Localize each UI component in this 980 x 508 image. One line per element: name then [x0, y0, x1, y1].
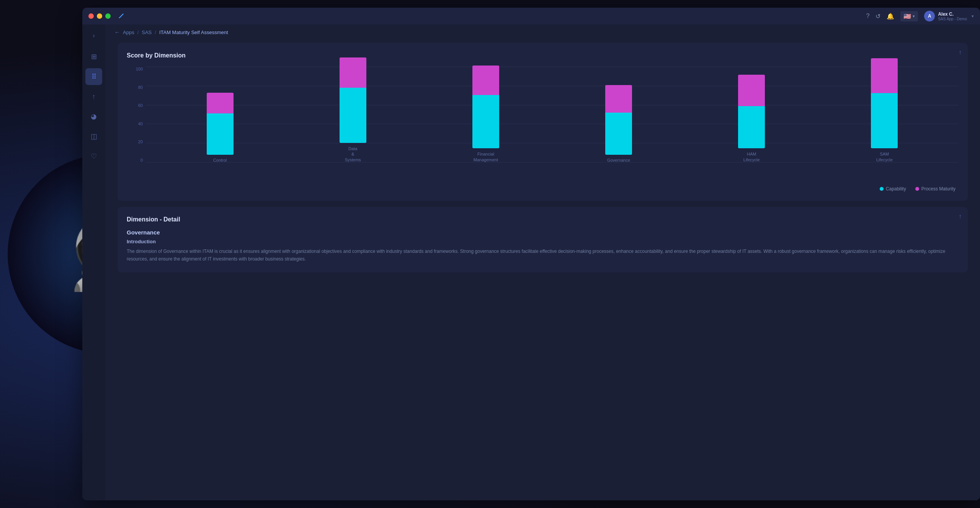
bar-financial-process — [472, 66, 499, 95]
breadcrumb-sas[interactable]: SAS — [142, 29, 152, 35]
chart-export-button[interactable]: ↑ — [959, 49, 962, 56]
breadcrumb-apps[interactable]: Apps — [123, 29, 134, 35]
avatar: A — [924, 11, 935, 21]
y-axis: 100 80 60 40 20 0 — [127, 67, 146, 162]
titlebar: ⟋ ? ↺ 🔔 🇺🇸 ▾ A Alex C. SAS App - Demo — [82, 8, 980, 25]
user-menu[interactable]: A Alex C. SAS App - Demo ▾ — [924, 11, 974, 21]
detail-section-label: Introduction — [127, 239, 959, 244]
bar-data-process — [340, 57, 366, 88]
bar-sam-process — [871, 58, 898, 93]
detail-text: The dimension of Governance within ITAM … — [127, 247, 959, 263]
refresh-icon[interactable]: ↺ — [875, 13, 880, 20]
y-label-0: 0 — [140, 158, 143, 162]
y-label-20: 20 — [138, 139, 143, 144]
window-controls — [88, 13, 111, 19]
user-chevron-icon: ▾ — [972, 14, 974, 19]
bar-financial-capability — [472, 95, 499, 148]
breadcrumb-sep-2: / — [155, 29, 156, 35]
bar-governance-capability — [605, 113, 632, 155]
y-label-80: 80 — [138, 85, 143, 90]
close-button[interactable] — [88, 13, 94, 19]
bar-group-financial: FinancialManagement — [472, 66, 499, 162]
y-label-60: 60 — [138, 103, 143, 108]
maximize-button[interactable] — [105, 13, 111, 19]
sidebar-item-grid[interactable]: ⊞ — [85, 48, 102, 65]
heart-icon: ♡ — [91, 152, 97, 161]
bar-governance-process — [605, 85, 632, 113]
sidebar-item-heart[interactable]: ♡ — [85, 148, 102, 165]
sidebar: › ⊞ ⠿ ↑ ◕ ◫ ♡ — [82, 25, 105, 500]
bar-control-process — [207, 93, 234, 113]
bar-group-ham: HAMLifecycle — [738, 75, 765, 162]
bars-area: Control Data&Systems — [146, 67, 959, 162]
sidebar-item-chart[interactable]: ◕ — [85, 108, 102, 125]
titlebar-actions: ? ↺ 🔔 🇺🇸 ▾ A Alex C. SAS App - Demo ▾ — [866, 11, 974, 21]
bar-label-control: Control — [213, 158, 227, 162]
bar-label-data: Data&Systems — [345, 146, 361, 162]
inbox-icon: ◫ — [91, 132, 97, 141]
legend-process: Process Maturity — [915, 186, 956, 192]
help-icon[interactable]: ? — [866, 13, 870, 20]
chevron-down-icon: ▾ — [913, 14, 915, 19]
bar-group-control: Control — [207, 93, 234, 162]
sidebar-item-inbox[interactable]: ◫ — [85, 128, 102, 145]
detail-section: ↑ Dimension - Detail Governance Introduc… — [118, 207, 968, 272]
notification-icon[interactable]: 🔔 — [887, 13, 894, 20]
user-info: Alex C. SAS App - Demo — [938, 11, 967, 21]
sidebar-item-apps[interactable]: ⠿ — [85, 68, 102, 85]
legend-capability: Capability — [880, 186, 906, 192]
bar-label-ham: HAMLifecycle — [743, 151, 760, 162]
process-dot — [915, 187, 919, 191]
sidebar-item-share[interactable]: ↑ — [85, 88, 102, 105]
share-icon: ↑ — [92, 93, 96, 101]
user-name: Alex C. — [938, 11, 967, 17]
bar-group-sam: SAMLifecycle — [871, 58, 898, 162]
chart-icon: ◕ — [91, 112, 97, 121]
capability-label: Capability — [886, 186, 906, 192]
bar-group-governance: Governance — [605, 85, 632, 162]
app-logo: ⟋ — [117, 11, 125, 21]
process-label: Process Maturity — [921, 186, 956, 192]
chart-title: Score by Dimension — [127, 52, 959, 59]
app-body: › ⊞ ⠿ ↑ ◕ ◫ ♡ — [82, 25, 980, 500]
chart-legend: Capability Process Maturity — [127, 186, 959, 192]
main-window: ⟋ ? ↺ 🔔 🇺🇸 ▾ A Alex C. SAS App - Demo — [82, 8, 980, 500]
capability-dot — [880, 187, 884, 191]
detail-export-button[interactable]: ↑ — [959, 213, 962, 220]
bar-control-capability — [207, 113, 234, 155]
content-area[interactable]: Score by Dimension ↑ 100 80 60 40 20 — [105, 40, 980, 500]
flag-icon: 🇺🇸 — [903, 13, 911, 20]
bar-ham-capability — [738, 106, 765, 148]
bar-data-capability — [340, 88, 366, 143]
main-content: ← Apps / SAS / ITAM Maturity Self Assess… — [105, 25, 980, 500]
bar-sam-capability — [871, 93, 898, 148]
breadcrumb-current: ITAM Maturity Self Assessment — [159, 29, 228, 35]
grid-icon: ⊞ — [91, 52, 97, 61]
y-label-40: 40 — [138, 121, 143, 126]
bar-group-data: Data&Systems — [340, 57, 366, 162]
bar-label-governance: Governance — [607, 158, 630, 162]
detail-dimension-name: Governance — [127, 229, 959, 236]
detail-title: Dimension - Detail — [127, 216, 959, 223]
back-button[interactable]: ← — [114, 29, 120, 35]
chart-section: Score by Dimension ↑ 100 80 60 40 20 — [118, 43, 968, 201]
y-label-100: 100 — [136, 67, 143, 71]
breadcrumb: ← Apps / SAS / ITAM Maturity Self Assess… — [105, 25, 980, 40]
minimize-button[interactable] — [97, 13, 102, 19]
language-selector[interactable]: 🇺🇸 ▾ — [900, 11, 918, 21]
apps-icon: ⠿ — [91, 72, 96, 81]
desktop: 🧑‍🚀 ⟋ ? ↺ 🔔 🇺🇸 ▾ A — [0, 0, 980, 508]
breadcrumb-sep-1: / — [137, 29, 139, 35]
sidebar-expand-button[interactable]: › — [90, 29, 98, 42]
bar-chart: 100 80 60 40 20 0 — [127, 67, 959, 182]
bar-label-financial: FinancialManagement — [474, 151, 498, 162]
user-role: SAS App - Demo — [938, 17, 967, 21]
bar-ham-process — [738, 75, 765, 106]
bar-label-sam: SAMLifecycle — [876, 151, 893, 162]
